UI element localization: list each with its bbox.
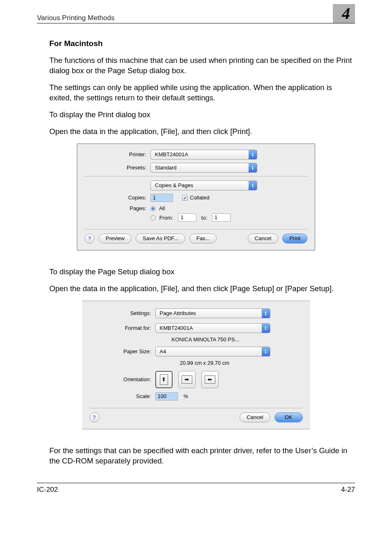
header-section: Various Printing Methods: [37, 14, 115, 22]
person-reverse-landscape-icon: ⬅: [205, 375, 215, 384]
copies-label: Copies:: [85, 195, 150, 201]
pages-all-label: All: [159, 205, 165, 211]
paragraph: For the settings that can be specified w…: [49, 446, 355, 466]
chapter-number: 4: [333, 4, 355, 23]
orientation-reverse-landscape-button[interactable]: ⬅: [201, 371, 219, 388]
percent-label: %: [184, 393, 189, 399]
presets-label: Presets:: [85, 164, 150, 171]
divider: [85, 176, 307, 176]
help-button[interactable]: ?: [90, 412, 99, 422]
cancel-button[interactable]: Cancel: [248, 234, 278, 243]
settings-select[interactable]: Page Attributes ▲▼: [155, 308, 270, 318]
paper-size-label: Paper Size:: [90, 348, 155, 354]
pages-from-input[interactable]: 1: [178, 213, 196, 222]
divider: [90, 408, 303, 408]
orientation-label: Orientation:: [90, 376, 155, 382]
paragraph: The settings can only be applied while u…: [49, 83, 355, 103]
printer-select[interactable]: KMBT24001A ▲▼: [150, 150, 257, 160]
pages-from-radio[interactable]: [150, 215, 156, 220]
paragraph: Open the data in the application, [File]…: [49, 127, 355, 137]
format-for-label: Format for:: [90, 325, 155, 331]
chevron-up-down-icon: ▲▼: [262, 347, 270, 357]
format-for-select[interactable]: KMBT24001A ▲▼: [155, 323, 270, 333]
scale-input[interactable]: 100: [155, 392, 178, 401]
paragraph: To display the Page Setup dialog box: [49, 267, 355, 277]
pages-to-label: to:: [201, 214, 207, 220]
paragraph: To display the Print dialog box: [49, 110, 355, 120]
footer-right: 4-27: [341, 486, 355, 494]
footer-left: IC-202: [37, 486, 58, 494]
divider: [85, 229, 307, 229]
person-portrait-icon: ⬆: [160, 374, 168, 385]
settings-value: Page Attributes: [160, 310, 262, 316]
preview-button[interactable]: Preview: [99, 234, 131, 243]
pages-from-label: From:: [159, 214, 173, 220]
settings-label: Settings:: [90, 310, 155, 316]
presets-value: Standard: [155, 164, 249, 171]
chevron-up-down-icon: ▲▼: [249, 163, 257, 173]
pages-all-radio[interactable]: [150, 206, 156, 211]
chevron-up-down-icon: ▲▼: [262, 308, 270, 318]
chevron-up-down-icon: ▲▼: [249, 150, 257, 160]
pane-select[interactable]: Copies & Pages ▲▼: [150, 181, 257, 190]
pane-value: Copies & Pages: [155, 182, 249, 188]
paragraph: Open the data in the application, [File]…: [49, 284, 355, 294]
orientation-portrait-button[interactable]: ⬆: [155, 371, 173, 388]
orientation-landscape-button[interactable]: ➡: [178, 371, 196, 388]
format-for-value: KMBT24001A: [160, 325, 262, 331]
copies-input[interactable]: 1: [150, 194, 173, 202]
paper-size-value: A4: [160, 348, 262, 354]
print-dialog: Printer: KMBT24001A ▲▼ Presets: Standard…: [77, 144, 315, 250]
collated-checkbox[interactable]: ✔: [182, 195, 188, 201]
ok-button[interactable]: OK: [274, 412, 303, 422]
paper-dimensions: 20.99 cm x 29.70 cm: [180, 360, 303, 366]
printer-label: Printer:: [85, 151, 150, 158]
print-button[interactable]: Print: [282, 234, 307, 243]
help-button[interactable]: ?: [85, 234, 95, 243]
collated-label: Collated: [190, 195, 210, 201]
scale-label: Scale:: [90, 393, 155, 399]
page-setup-dialog: Settings: Page Attributes ▲▼ Format for:…: [82, 301, 310, 429]
save-as-pdf-button[interactable]: Save As PDF...: [136, 234, 185, 243]
printer-value: KMBT24001A: [155, 151, 249, 158]
paper-size-select[interactable]: A4 ▲▼: [155, 347, 270, 357]
chevron-up-down-icon: ▲▼: [249, 181, 257, 190]
section-title: For Macintosh: [49, 39, 355, 48]
presets-select[interactable]: Standard ▲▼: [150, 163, 257, 173]
pages-to-input[interactable]: 1: [212, 213, 231, 222]
fax-button[interactable]: Fax...: [189, 234, 217, 243]
chevron-up-down-icon: ▲▼: [262, 323, 270, 333]
person-landscape-icon: ➡: [182, 375, 192, 384]
format-subtext: KONICA MINOLTA 750 PS...: [172, 336, 303, 343]
pages-label: Pages:: [85, 205, 150, 211]
cancel-button[interactable]: Cancel: [240, 412, 270, 422]
paragraph: The functions of this machine that can b…: [49, 56, 355, 76]
